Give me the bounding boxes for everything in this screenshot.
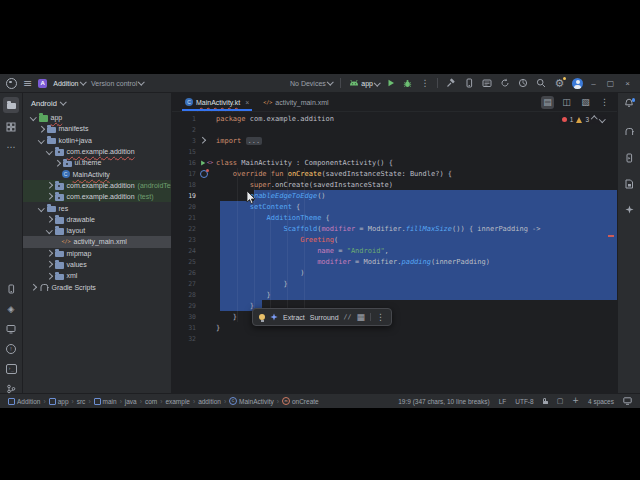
tree-item-xml[interactable]: xml xyxy=(23,270,171,281)
prev-problem-icon[interactable] xyxy=(591,116,597,122)
tab-activity-main-xml[interactable]: </>activity_main.xml xyxy=(256,93,335,111)
code-line[interactable]: 29 } xyxy=(172,300,617,311)
code-line[interactable]: 32 xyxy=(172,333,617,344)
breadcrumb-mainactivity[interactable]: CMainActivity xyxy=(229,397,274,405)
tree-item-gradle-scripts[interactable]: Gradle Scripts xyxy=(23,281,171,292)
tree-item-com-example-addition[interactable]: com.example.addition (androidTest) xyxy=(23,180,171,191)
tree-item-values[interactable]: values xyxy=(23,259,171,270)
run-config-selector[interactable]: app xyxy=(349,79,379,87)
template-icon[interactable]: ▦ xyxy=(356,313,365,322)
code-line[interactable]: 31} xyxy=(172,322,617,333)
tree-arrow-icon[interactable] xyxy=(30,114,36,120)
search-icon[interactable] xyxy=(536,78,546,88)
more-actions-icon[interactable]: ⋮ xyxy=(420,79,429,88)
version-control-selector[interactable]: Version control xyxy=(91,80,144,87)
gradle-icon[interactable] xyxy=(621,123,637,139)
code-view-icon[interactable]: ▤ xyxy=(541,96,554,109)
caret-position[interactable]: 19:9 (347 chars, 10 line breaks) xyxy=(398,398,489,405)
tab-close-icon[interactable]: × xyxy=(245,99,249,106)
run-gutter-icon[interactable] xyxy=(200,160,206,166)
tree-arrow-icon[interactable] xyxy=(30,284,36,290)
project-view-header[interactable]: Android xyxy=(23,93,171,112)
device-manager-icon[interactable] xyxy=(464,78,474,88)
code-line[interactable]: 19 enableEdgeToEdge() xyxy=(172,190,617,201)
code-line[interactable]: 23 Greeting( xyxy=(172,234,617,245)
tree-item-mipmap[interactable]: mipmap xyxy=(23,248,171,259)
readonly-lock-icon[interactable] xyxy=(543,398,548,405)
code-line[interactable]: 17 override fun onCreate(savedInstanceSt… xyxy=(172,168,617,179)
code-line[interactable]: 28 } xyxy=(172,289,617,300)
folded-imports[interactable]: ... xyxy=(246,137,263,145)
tree-arrow-icon[interactable] xyxy=(46,250,52,256)
terminal-icon[interactable]: ›_ xyxy=(3,361,19,377)
code-line[interactable]: 24 name = "Android", xyxy=(172,245,617,256)
breadcrumb-oncreate[interactable]: monCreate xyxy=(282,397,319,405)
tree-item-kotlin-java[interactable]: kotlin+java xyxy=(23,135,171,146)
override-icon[interactable] xyxy=(200,170,208,178)
tree-arrow-icon[interactable] xyxy=(38,137,44,143)
settings-icon[interactable]: ⚙ xyxy=(554,78,564,89)
tree-arrow-icon[interactable] xyxy=(46,182,52,188)
tree-arrow-icon[interactable] xyxy=(46,261,52,267)
tab-mainactivity-kt[interactable]: CMainActivity.kt× xyxy=(178,93,256,111)
ai-assistant-icon[interactable]: + xyxy=(572,397,579,405)
device-selector[interactable]: No Devices xyxy=(290,80,332,87)
action-surround-button[interactable]: Surround xyxy=(310,314,339,321)
bulb-icon[interactable] xyxy=(259,314,265,320)
code-line[interactable]: 15 xyxy=(172,146,617,157)
code-line[interactable]: 27 } xyxy=(172,278,617,289)
tree-arrow-icon[interactable] xyxy=(46,227,52,233)
tree-arrow-icon[interactable] xyxy=(46,194,52,200)
sync-icon[interactable] xyxy=(500,78,510,88)
minimize-button[interactable]: – xyxy=(591,79,595,88)
tree-item-ui-theme[interactable]: ui.theme xyxy=(23,157,171,168)
gemini-icon[interactable] xyxy=(621,201,637,217)
breadcrumb-main[interactable]: main xyxy=(94,398,117,405)
inspections-widget[interactable]: 13 xyxy=(559,115,607,124)
user-avatar[interactable] xyxy=(572,78,583,89)
debug-button[interactable] xyxy=(403,79,412,88)
profiler-icon[interactable] xyxy=(518,78,528,88)
tree-item-activity-main-xml[interactable]: </>activity_main.xml xyxy=(23,236,171,247)
breadcrumb-addition[interactable]: Addition xyxy=(8,398,41,405)
project-view-selector[interactable]: Android xyxy=(31,99,57,108)
breadcrumb-java[interactable]: java xyxy=(125,398,137,405)
tree-arrow-icon[interactable] xyxy=(38,205,44,211)
running-devices-icon[interactable] xyxy=(3,321,19,337)
project-icon[interactable] xyxy=(3,97,19,113)
breadcrumb-src[interactable]: src xyxy=(77,398,86,405)
notifications-icon[interactable] xyxy=(621,95,637,111)
tree-arrow-icon[interactable] xyxy=(46,216,52,222)
code-line[interactable]: 1package com.example.addition xyxy=(172,113,617,124)
version-control-icon[interactable] xyxy=(3,381,19,397)
line-separator[interactable]: LF xyxy=(499,398,507,405)
problems-icon[interactable]: ! xyxy=(3,341,19,357)
tree-arrow-icon[interactable] xyxy=(46,273,52,279)
tree-item-app[interactable]: app xyxy=(23,112,171,123)
code-line[interactable]: 30 } xyxy=(172,311,617,322)
tree-item-res[interactable]: res xyxy=(23,202,171,213)
logcat-icon[interactable] xyxy=(482,78,492,88)
layout-inspector-icon[interactable] xyxy=(621,176,637,192)
tree-item-mainactivity[interactable]: CMainActivity xyxy=(23,168,171,179)
code-line[interactable]: 18 super.onCreate(savedInstanceState) xyxy=(172,179,617,190)
device-explorer-icon[interactable] xyxy=(621,150,637,166)
tree-item-layout[interactable]: layout xyxy=(23,225,171,236)
more-options-icon[interactable]: ⋮ xyxy=(598,96,611,109)
design-view-icon[interactable]: ▧ xyxy=(579,96,592,109)
tree-arrow-icon[interactable] xyxy=(38,126,44,132)
tree-arrow-icon[interactable] xyxy=(54,160,60,166)
app-insights-icon[interactable]: ◈ xyxy=(3,301,19,317)
device-manager-icon[interactable] xyxy=(3,281,19,297)
code-line[interactable]: 25 modifier = Modifier.padding(innerPadd… xyxy=(172,256,617,267)
code-area[interactable]: 1package com.example.addition23import ..… xyxy=(172,112,617,393)
gemini-blue-icon[interactable] xyxy=(270,313,278,321)
tree-item-drawable[interactable]: drawable xyxy=(23,214,171,225)
breadcrumb-addition[interactable]: addition xyxy=(198,398,221,405)
split-view-icon[interactable]: ◫ xyxy=(560,96,573,109)
breadcrumb-example[interactable]: example xyxy=(165,398,190,405)
fold-arrow-icon[interactable] xyxy=(199,137,205,143)
more-tool-windows-icon[interactable]: ⋯ xyxy=(3,139,19,155)
tree-arrow-icon[interactable] xyxy=(46,148,52,154)
highlighting-level-icon[interactable]: ▢ xyxy=(557,398,564,405)
